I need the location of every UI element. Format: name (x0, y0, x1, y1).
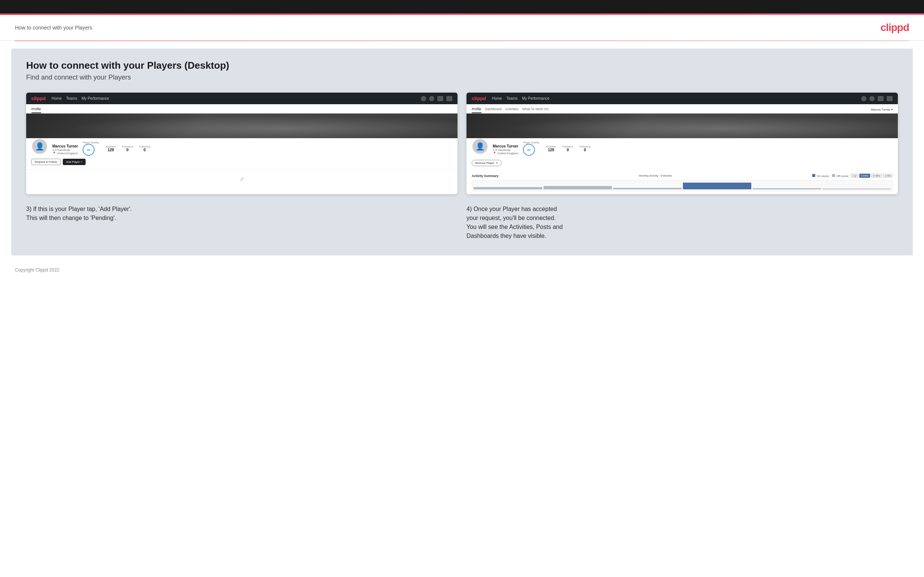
description-text-2: 4) Once your Player has accepted your re… (467, 205, 898, 240)
page-header: How to connect with your Players clippd (0, 15, 924, 41)
time-btn-3mths[interactable]: 3 mths (871, 174, 882, 178)
search-icon-2[interactable] (861, 96, 866, 101)
player-quality-label-2: Player Quality (523, 141, 540, 144)
followers-value-2: 0 (562, 148, 573, 152)
page-header-title: How to connect with your Players (15, 25, 92, 31)
tab-profile-1[interactable]: Profile (31, 106, 41, 113)
following-label-1: Following (139, 145, 150, 148)
settings-icon-2[interactable] (878, 96, 884, 101)
activities-label-1: Activities (106, 145, 116, 148)
followers-stat-1: Followers 0 (122, 145, 133, 152)
remove-player-button[interactable]: Remove Player ✕ (472, 160, 502, 166)
avatar-2: 👤 (472, 138, 488, 155)
user-icon-1[interactable] (429, 96, 435, 101)
app-navbar-2: clippd Home Teams My Performance (467, 93, 898, 104)
tab-bar-2: Profile Dashboard Activities What To Wor… (467, 104, 898, 114)
tab-profile-2[interactable]: Profile (472, 106, 481, 113)
chart-bar-1 (473, 187, 542, 189)
profile-info-2: Marcus Turner 1-5 Handicap 📍 United King… (493, 138, 519, 155)
tab-dashboard-2[interactable]: Dashboard (485, 106, 502, 113)
nav-performance-1[interactable]: My Performance (81, 96, 109, 100)
player-quality-label-1: Player Quality (82, 141, 99, 144)
header-divider (15, 41, 909, 41)
activities-value-1: 129 (106, 148, 116, 152)
off-course-dot (832, 174, 835, 177)
main-content: How to connect with your Players (Deskto… (11, 48, 913, 255)
screenshots-row: clippd Home Teams My Performance Profile (26, 93, 898, 194)
profile-name-1: Marcus Turner (52, 144, 78, 148)
followers-stat-2: Followers 0 (562, 145, 573, 152)
player-quality-circle-2: 92 (523, 144, 535, 156)
search-icon-1[interactable] (421, 96, 426, 101)
profile-name-2: Marcus Turner (493, 144, 519, 148)
nav-home-1[interactable]: Home (52, 96, 62, 100)
time-btn-1mth[interactable]: 1 mth (883, 174, 893, 178)
remove-x-icon: ✕ (496, 161, 498, 165)
tab-bar-1: Profile (26, 104, 457, 114)
profile-stats-row-2: Player Quality 92 Activities 129 Followe… (523, 141, 591, 156)
globe-icon-1[interactable] (446, 96, 452, 101)
nav-performance-2[interactable]: My Performance (522, 96, 549, 100)
activities-value-2: 129 (546, 148, 557, 152)
chart-bar-2 (543, 186, 612, 189)
activity-summary: Activity Summary Monthly Activity · 6 Mo… (467, 171, 898, 194)
location-pin-icon-1: 📍 (52, 152, 56, 155)
screenshot2: clippd Home Teams My Performance Profile (467, 93, 898, 194)
profile-stats-row-1: Player Quality 92 Activities 129 Followe… (82, 141, 150, 156)
app-logo-1: clippd (31, 96, 45, 101)
avatar-icon-1: 👤 (35, 142, 44, 151)
main-subtitle: Find and connect with your Players (26, 74, 898, 81)
on-course-legend: On course (812, 174, 829, 177)
app-nav-links-1: Home Teams My Performance (52, 96, 415, 100)
request-follow-button[interactable]: Request to Follow (31, 159, 61, 165)
user-icon-2[interactable] (869, 96, 875, 101)
tabs-left-2: Profile Dashboard Activities What To Wor… (472, 106, 549, 113)
app-navbar-1: clippd Home Teams My Performance (26, 93, 457, 104)
globe-icon-2[interactable] (887, 96, 893, 101)
activity-title: Activity Summary (472, 174, 499, 178)
time-btn-6mths[interactable]: 6 mths (859, 174, 871, 178)
profile-avatar-wrap-1: 👤 Marcus Turner 1-5 Handicap 📍 United Ki… (31, 138, 452, 156)
chart-bar-3 (613, 188, 682, 189)
time-btn-1yr[interactable]: 1 yr (851, 174, 859, 178)
nav-teams-2[interactable]: Teams (506, 96, 517, 100)
tab-activities-2[interactable]: Activities (506, 106, 519, 113)
clippd-logo: clippd (880, 22, 909, 34)
activity-legend: On course Off course (812, 174, 848, 177)
app-nav-icons-2 (861, 96, 893, 101)
activities-stat-2: Activities 129 (546, 145, 557, 152)
nav-home-2[interactable]: Home (492, 96, 502, 100)
profile-content-1: 👤 Marcus Turner 1-5 Handicap 📍 United Ki… (26, 138, 457, 169)
profile-content-2: 👤 Marcus Turner 1-5 Handicap 📍 United Ki… (467, 138, 898, 171)
following-label-2: Following (579, 145, 591, 148)
stat-group-1: Activities 129 Followers 0 Following 0 (106, 145, 150, 152)
settings-icon-1[interactable] (437, 96, 443, 101)
activity-chart (472, 180, 893, 191)
following-stat-1: Following 0 (139, 145, 150, 152)
time-buttons: 1 yr 6 mths 3 mths 1 mth (851, 174, 893, 178)
copyright-text: Copyright Clippd 2022 (15, 268, 60, 272)
tab-what-to-work-on-2[interactable]: What To Work On (522, 106, 549, 113)
following-stat-2: Following 0 (579, 145, 591, 152)
activity-subtitle: Monthly Activity · 6 Months (639, 174, 672, 177)
activity-header: Activity Summary Monthly Activity · 6 Mo… (472, 174, 893, 178)
followers-label-2: Followers (562, 145, 573, 148)
stat-group-2: Activities 129 Followers 0 Following 0 (546, 145, 591, 152)
scissors-icon: ✂ (238, 175, 246, 184)
following-value-2: 0 (579, 148, 591, 152)
player-dropdown[interactable]: Marcus Turner ▾ (871, 108, 893, 111)
profile-location-2: 📍 United Kingdom (493, 152, 519, 155)
activities-label-2: Activities (546, 145, 557, 148)
main-title: How to connect with your Players (Deskto… (26, 60, 898, 71)
followers-label-1: Followers (122, 145, 133, 148)
followers-value-1: 0 (122, 148, 133, 152)
profile-location-1: 📍 United Kingdom (52, 152, 78, 155)
chart-bar-6 (822, 189, 891, 189)
page-footer: Copyright Clippd 2022 (0, 263, 924, 277)
description-block-1: 3) If this is your Player tap, 'Add Play… (26, 205, 457, 240)
off-course-legend: Off course (832, 174, 848, 177)
add-player-button[interactable]: Add Player + (63, 159, 86, 165)
app-nav-links-2: Home Teams My Performance (492, 96, 855, 100)
nav-teams-1[interactable]: Teams (66, 96, 77, 100)
remove-player-wrap: Remove Player ✕ (472, 159, 893, 166)
